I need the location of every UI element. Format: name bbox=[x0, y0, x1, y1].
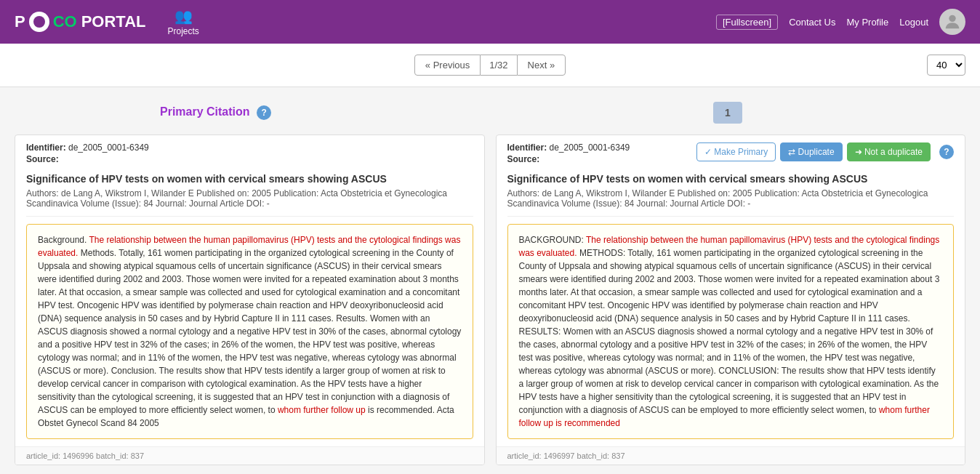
left-abstract-text: Background. The relationship between the… bbox=[38, 235, 461, 428]
left-source-label: Source: bbox=[26, 154, 59, 164]
number-badge-container: 1 bbox=[490, 102, 965, 124]
logo: P CO PORTAL bbox=[15, 12, 146, 32]
primary-citation-card: Identifier: de_2005_0001-6349 Source: Si… bbox=[15, 134, 485, 465]
right-card-title: Significance of HPV tests on women with … bbox=[497, 166, 965, 188]
right-identifier: Identifier: de_2005_0001-6349 bbox=[507, 142, 630, 153]
duplicate-help-icon[interactable]: ? bbox=[939, 145, 954, 159]
svg-point-0 bbox=[949, 15, 955, 22]
left-card-authors: Authors: de Lang A, Wikstrom I, Wilander… bbox=[15, 188, 484, 216]
contact-us-link[interactable]: Contact Us bbox=[789, 17, 835, 28]
right-card-info: Identifier: de_2005_0001-6349 Source: bbox=[507, 142, 630, 166]
app-header: P CO PORTAL 👥 Projects [Fullscreen] Cont… bbox=[0, 0, 980, 44]
primary-citation-label: Primary Citation bbox=[160, 105, 250, 118]
logo-ico: CO bbox=[53, 12, 77, 31]
primary-citation-help-icon[interactable]: ? bbox=[257, 105, 271, 120]
nav-projects-label: Projects bbox=[168, 26, 199, 36]
right-identifier-label: Identifier: bbox=[507, 142, 547, 153]
logout-link[interactable]: Logout bbox=[899, 17, 928, 28]
prev-button[interactable]: « Previous bbox=[414, 55, 481, 76]
logo-text: P bbox=[15, 12, 25, 31]
logo-portal: PORTAL bbox=[81, 12, 146, 31]
pagination: « Previous 1/32 Next » bbox=[414, 55, 566, 76]
avatar[interactable] bbox=[939, 9, 965, 35]
left-identifier: Identifier: de_2005_0001-6349 bbox=[26, 142, 473, 153]
header-left: P CO PORTAL 👥 Projects bbox=[15, 7, 199, 36]
duplicate-card: Identifier: de_2005_0001-6349 Source: ✓ … bbox=[496, 134, 966, 465]
per-page-select[interactable]: 40 20 60 bbox=[927, 55, 965, 76]
header-right: [Fullscreen] Contact Us My Profile Logou… bbox=[716, 9, 965, 35]
section-header-left: Primary Citation ? bbox=[15, 105, 490, 120]
left-card-header: Identifier: de_2005_0001-6349 Source: bbox=[15, 135, 484, 164]
my-profile-link[interactable]: My Profile bbox=[846, 17, 888, 28]
right-card-header: Identifier: de_2005_0001-6349 Source: ✓ … bbox=[497, 135, 965, 166]
avatar-icon bbox=[942, 12, 963, 32]
right-source: Source: bbox=[507, 154, 630, 164]
number-badge: 1 bbox=[713, 102, 742, 124]
left-card-title: Significance of HPV tests on women with … bbox=[15, 166, 484, 188]
logo-dot bbox=[29, 12, 49, 32]
left-source: Source: bbox=[26, 154, 473, 164]
make-primary-button[interactable]: ✓ Make Primary bbox=[696, 142, 776, 161]
right-header-row: Identifier: de_2005_0001-6349 Source: ✓ … bbox=[507, 142, 955, 166]
fullscreen-button[interactable]: [Fullscreen] bbox=[716, 15, 778, 30]
right-abstract: BACKGROUND: The relationship between the… bbox=[507, 224, 955, 439]
main-content: Primary Citation ? 1 Identifier: de_2005… bbox=[0, 87, 980, 474]
nav-projects[interactable]: 👥 Projects bbox=[168, 7, 199, 36]
not-duplicate-button[interactable]: ➜ Not a duplicate bbox=[847, 142, 931, 161]
cards-container: Identifier: de_2005_0001-6349 Source: Si… bbox=[15, 134, 965, 465]
duplicate-button[interactable]: ⇄ Duplicate bbox=[780, 142, 842, 161]
section-header: Primary Citation ? 1 bbox=[15, 98, 965, 127]
projects-icon: 👥 bbox=[174, 7, 193, 25]
left-abstract: Background. The relationship between the… bbox=[26, 224, 473, 439]
left-identifier-value: de_2005_0001-6349 bbox=[68, 142, 149, 153]
right-identifier-value: de_2005_0001-6349 bbox=[550, 142, 630, 153]
page-count: 1/32 bbox=[481, 55, 516, 76]
right-source-label: Source: bbox=[507, 154, 540, 164]
right-abstract-text: BACKGROUND: The relationship between the… bbox=[519, 235, 940, 428]
left-identifier-label: Identifier: bbox=[26, 142, 66, 153]
right-card-actions: ✓ Make Primary ⇄ Duplicate ➜ Not a dupli… bbox=[696, 142, 954, 161]
left-card-footer: article_id: 1496996 batch_id: 837 bbox=[15, 446, 484, 465]
next-button[interactable]: Next » bbox=[517, 55, 566, 76]
right-card-authors: Authors: de Lang A, Wikstrom I, Wilander… bbox=[497, 188, 965, 216]
right-card-footer: article_id: 1496997 batch_id: 837 bbox=[497, 446, 965, 465]
toolbar: « Previous 1/32 Next » 40 20 60 bbox=[0, 44, 980, 87]
